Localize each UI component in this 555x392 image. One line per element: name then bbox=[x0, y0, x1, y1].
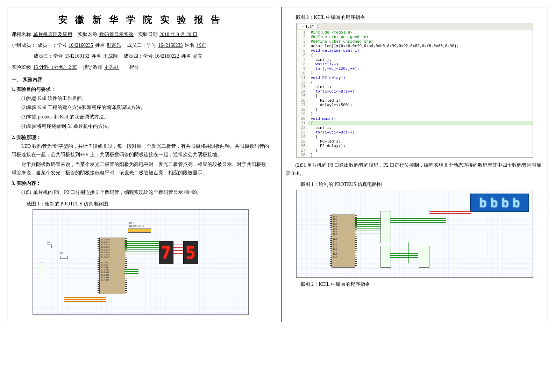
line-number: 21 bbox=[297, 121, 308, 125]
code-line: 17 delay1ms(500); bbox=[297, 103, 533, 107]
caption-left-1: 截图 1：绘制的 PROTEUS 仿真电路图 bbox=[12, 201, 270, 207]
quad-7seg-display: bbbb bbox=[470, 194, 529, 212]
code-line: 16 P2=led[i]; bbox=[297, 98, 533, 103]
driver-2 bbox=[380, 246, 391, 268]
resistor-pack bbox=[128, 228, 151, 233]
class-line: 实验班级 16 计科（外包）2 班 指导教师 史先桂 得分 bbox=[12, 63, 270, 72]
members-label: 小组成员： bbox=[12, 43, 36, 48]
code-text: uint i; bbox=[308, 125, 332, 130]
code-line: 20void main() bbox=[297, 116, 533, 121]
m2-no: 1642160233 bbox=[158, 43, 184, 48]
m1-name: 邹富乐 bbox=[106, 43, 122, 48]
principle-1: LED 数码管为“8”字型的，共计 7 段或 8 段，每一段对应一个发光二极管，… bbox=[12, 142, 270, 159]
code-text: for(i=0;i<=9;i++) bbox=[308, 130, 355, 135]
mcu-chip: P0.0/AD0P0.1/AD1P0.2/AD2P0.3/AD3P0.4/AD4… bbox=[99, 238, 125, 294]
members-line-1: 小组成员： 成员一：学号 1642160235 姓名 邹富乐 成员二：学号 16… bbox=[12, 41, 270, 50]
report-title: 安 徽 新 华 学 院 实 验 报 告 bbox=[12, 14, 270, 26]
code-text: { bbox=[308, 94, 318, 98]
driver-3 bbox=[419, 246, 429, 268]
m1-label: 成员一：学号 bbox=[37, 43, 67, 48]
editor-tab[interactable]: 1.c* bbox=[298, 24, 318, 29]
code-line: 23 for(i=0;i<=9;i++) bbox=[297, 130, 533, 135]
line-number: 2 bbox=[297, 35, 308, 39]
line-number: 8 bbox=[297, 62, 308, 66]
class-label: 实验班级 bbox=[12, 65, 31, 70]
m2-namelabel: 姓名 bbox=[185, 43, 194, 48]
code-line: 8 while(i--) bbox=[297, 62, 533, 66]
code-text: { bbox=[308, 135, 318, 139]
code-line: 2#define uint unsigned int bbox=[297, 35, 533, 39]
principle-2: 对于共阴极数码管来说，当某个发光二极管的阳极为高电平时，发光二极管点亮，相应的段… bbox=[12, 160, 270, 177]
class-value: 16 计科（外包）2 班 bbox=[33, 65, 78, 70]
line-number: 26 bbox=[297, 144, 308, 148]
line-number: 22 bbox=[297, 125, 308, 130]
m4-label: 成员四：学号 bbox=[123, 53, 153, 59]
digit-2: 5 bbox=[185, 243, 196, 262]
code-body: 1#include <reg51.h>2#define uint unsigne… bbox=[297, 30, 533, 157]
m3-name: 王成顺 bbox=[102, 53, 119, 59]
c2-label: C2 bbox=[47, 240, 50, 244]
keil-editor: 1.c* 1#include <reg51.h>2#define uint un… bbox=[296, 23, 533, 158]
course-label: 课程名称 bbox=[12, 32, 31, 37]
code-text: } bbox=[308, 107, 318, 112]
code-text: } bbox=[308, 153, 313, 157]
code-text: uint j; bbox=[308, 57, 332, 62]
line-number: 12 bbox=[297, 80, 308, 85]
code-line: 7 uint j; bbox=[297, 57, 533, 62]
line-number: 4 bbox=[297, 44, 308, 48]
content-2: (2)51 单片机的 P0 口送出数码管的段码，P2 口进行位控制，编程实现 8… bbox=[286, 161, 544, 178]
code-text: #define uchar unsigned char bbox=[308, 39, 373, 44]
line-number: 14 bbox=[297, 89, 308, 94]
code-text: void P2_delay() bbox=[308, 75, 346, 80]
course-name: 单片机原理及应用 bbox=[33, 32, 73, 37]
line-number: 19 bbox=[297, 112, 308, 116]
caption-right-2: 截图 2：KEIL 中编写的程序指令 bbox=[286, 281, 544, 288]
m2-name: 张正 bbox=[196, 43, 207, 48]
line-number: 1 bbox=[297, 30, 308, 35]
r1-label: R1 bbox=[60, 252, 63, 255]
line-number: 18 bbox=[297, 107, 308, 112]
line-number: 3 bbox=[297, 39, 308, 44]
left-page: 安 徽 新 华 学 院 实 验 报 告 课程名称 单片机原理及应用 实验名称 数… bbox=[7, 7, 274, 322]
code-line: 18 } bbox=[297, 107, 533, 112]
code-text: void main() bbox=[308, 116, 336, 121]
section-1-head: 一、 实验内容 bbox=[12, 77, 270, 83]
editor-tab-bar: 1.c* bbox=[297, 23, 533, 30]
cap-c2 bbox=[47, 245, 52, 248]
line-number: 23 bbox=[297, 130, 308, 135]
m4-no: 1642160222 bbox=[154, 53, 180, 59]
teacher-label: 指导教师 bbox=[83, 65, 102, 70]
code-text: { bbox=[308, 53, 313, 57]
code-line: 14 for(i=0;i<=9;i++) bbox=[297, 89, 533, 94]
m1-namelabel: 姓名 bbox=[95, 43, 105, 48]
proteus-circuit-1: RP1 RESPACK-8 C2 R1 P0.0/AD0P0.1/AD1P0.2… bbox=[33, 209, 249, 315]
exp-name-label: 实验名称 bbox=[78, 32, 98, 37]
line-number: 11 bbox=[297, 75, 308, 80]
m3-no: 1542160132 bbox=[64, 53, 90, 59]
code-line: 24 { bbox=[297, 135, 533, 139]
proteus-circuit-2: bbbb P0.0P0.1P0.2P0.3P0.4P0.5P0.6P0.7P2.… bbox=[296, 190, 533, 278]
seven-seg-1: 7 bbox=[159, 241, 173, 264]
res-r1 bbox=[60, 256, 68, 259]
rp1-sub: RESPACK-8 bbox=[129, 224, 144, 227]
line-number: 15 bbox=[297, 94, 308, 98]
m1-no: 1642160235 bbox=[68, 43, 94, 48]
code-text: #include <reg51.h> bbox=[308, 30, 353, 35]
code-line: 1#include <reg51.h> bbox=[297, 30, 533, 35]
mcu-chip-2: P0.0P0.1P0.2P0.3P0.4P0.5P0.6P0.7P2.0P2.1… bbox=[332, 215, 355, 268]
line-number: 28 bbox=[297, 153, 308, 157]
chip2-pins: P0.0P0.1P0.2P0.3P0.4P0.5P0.6P0.7P2.0P2.1… bbox=[333, 216, 354, 267]
m4-name: 吴立 bbox=[192, 53, 203, 59]
m3-label: 成员三：学号 bbox=[34, 53, 63, 59]
code-line: 21{ bbox=[297, 121, 533, 125]
code-text: P0=led[i]; bbox=[308, 139, 343, 144]
line-number: 5 bbox=[297, 48, 308, 53]
line-number: 16 bbox=[297, 98, 308, 103]
content-1: (1)51 单片机的 P0、P2 口分别连接 2 个数码管，编程实现让这个数码管… bbox=[12, 188, 270, 197]
req-2: (2)掌握 Keil 工程的建立方法和源程序的编译及调试方法。 bbox=[12, 103, 270, 112]
code-line: 12{ bbox=[297, 80, 533, 85]
line-number: 27 bbox=[297, 148, 308, 153]
sub-head-principle: 2. 实验原理： bbox=[12, 135, 270, 141]
score-label: 得分 bbox=[129, 65, 139, 70]
sub-head-content: 3. 实验内容： bbox=[12, 180, 270, 187]
